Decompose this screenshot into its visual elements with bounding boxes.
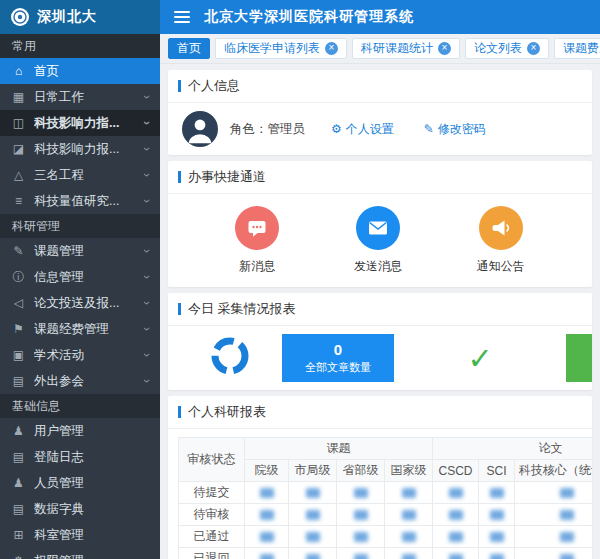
sidebar-item-outgoing-meeting[interactable]: ▤ 外出参会 › [0,368,160,394]
sidebar-item-label: 登陆日志 [34,449,149,466]
pencil-icon: ✎ [424,122,434,136]
value-cell [337,482,385,504]
chevron-down-icon: › [140,275,154,279]
column-header: CSCD [433,460,479,482]
close-icon[interactable]: × [438,42,451,55]
sidebar-item-login-log[interactable]: ▤ 登陆日志 [0,444,160,470]
activity-icon: ▣ [11,348,26,362]
chevron-down-icon: › [140,173,154,177]
accent-bar [178,303,181,315]
paper-icon: ◁ [11,296,26,310]
log-icon: ▤ [11,450,26,464]
sidebar-item-daily-work[interactable]: ▦ 日常工作 › [0,84,160,110]
column-header: 省部级 [337,460,385,482]
panel-title: 办事快捷通道 [188,168,266,186]
change-password-link[interactable]: ✎ 修改密码 [424,121,486,138]
table-row: 待提交 [179,482,593,504]
top-bar: 深圳北大 北京大学深圳医院科研管理系统 [0,0,600,34]
blurred-value [402,488,416,498]
table-row: 待审核 [179,504,593,526]
tab-clinical-application-list[interactable]: 临床医学申请列表 × [215,38,347,59]
research-report-table-wrap: 审核状态 课题 论文 院级 市局级 省部级 国家级 CSCD [168,429,592,559]
status-cell: 待提交 [179,482,245,504]
value-cell [515,548,593,559]
tab-home[interactable]: 首页 [168,38,210,59]
table-row: 已退回 [179,548,593,559]
value-cell [479,504,515,526]
value-cell [385,548,433,559]
accent-bar [178,171,181,183]
sidebar-item-data-dictionary[interactable]: ▤ 数据字典 [0,496,160,522]
content-area: 个人信息 角色：管理员 ⚙ 个人设置 [160,64,600,559]
sidebar-item-label: 科技量值研究... [34,193,137,210]
blurred-value [402,554,416,559]
panel-header: 今日 采集情况报表 [168,293,592,326]
stat-box-green [566,334,592,382]
chevron-down-icon: › [140,379,154,383]
value-cell [479,526,515,548]
sidebar-item-permission-management[interactable]: ⚙ 权限管理 [0,548,160,559]
sidebar-item-personnel-management[interactable]: ♟ 人员管理 [0,470,160,496]
personal-settings-link[interactable]: ⚙ 个人设置 [331,121,394,138]
app-title: 北京大学深圳医院科研管理系统 [204,8,414,26]
column-header: SCI [479,460,515,482]
link-label: 个人设置 [346,121,394,138]
sidebar-item-label: 信息管理 [34,269,137,286]
blurred-value [490,510,504,520]
panel-header: 办事快捷通道 [168,161,592,194]
value-cell [433,482,479,504]
sidebar-item-user-management[interactable]: ♟ 用户管理 [0,418,160,444]
sidebar-item-label: 课题管理 [34,243,137,260]
blurred-value [560,532,574,542]
sidebar-item-label: 学术活动 [34,347,137,364]
sidebar-item-academic-activity[interactable]: ▣ 学术活动 › [0,342,160,368]
notice-announcement-shortcut[interactable]: 通知公告 [477,206,525,275]
sidebar-item-home[interactable]: ⌂ 首页 [0,58,160,84]
table-row: 已通过 [179,526,593,548]
sidebar-item-tech-influence-index[interactable]: ◫ 科技影响力指... › [0,110,160,136]
send-message-shortcut[interactable]: 发送消息 [354,206,402,275]
sidebar-item-tech-influence-report[interactable]: ◪ 科技影响力报... › [0,136,160,162]
funds-icon: ⚑ [11,322,26,336]
link-label: 修改密码 [438,121,486,138]
tab-label: 临床医学申请列表 [224,40,320,57]
sidebar-item-label: 权限管理 [34,553,149,559]
new-message-shortcut[interactable]: 新消息 [235,206,279,275]
blurred-value [560,554,574,559]
hamburger-icon [174,8,190,26]
sidebar-item-paper-submission[interactable]: ◁ 论文投送及报... › [0,290,160,316]
main-layout: 常用 ⌂ 首页 ▦ 日常工作 › ◫ 科技影响力指... › ◪ 科技影响力报.… [0,34,600,559]
status-ok-box: ✓ [424,334,536,382]
tab-topic-expense-report[interactable]: 课题费用报表 × [554,38,600,59]
blurred-value [449,488,463,498]
menu-toggle-button[interactable] [160,0,204,34]
sidebar-item-tech-value-research[interactable]: ≡ 科技量值研究... › [0,188,160,214]
status-cell: 已退回 [179,548,245,559]
sidebar-item-topic-funds[interactable]: ⚑ 课题经费管理 › [0,316,160,342]
status-cell: 待审核 [179,504,245,526]
research-report-table: 审核状态 课题 论文 院级 市局级 省部级 国家级 CSCD [178,437,592,559]
today-report-row: 0 全部文章数量 ✓ [168,326,592,390]
blurred-value [490,532,504,542]
shortcut-label: 新消息 [239,258,275,275]
blurred-value [449,510,463,520]
close-icon[interactable]: × [325,42,338,55]
sidebar-item-label: 科技影响力报... [34,141,137,158]
close-icon[interactable]: × [527,42,540,55]
sidebar-item-department-management[interactable]: ⊞ 科室管理 [0,522,160,548]
blurred-value [560,510,574,520]
project-icon: △ [11,168,26,182]
tab-label: 论文列表 [474,40,522,57]
sidebar-item-info-management[interactable]: ⓘ 信息管理 › [0,264,160,290]
sidebar-item-topic-management[interactable]: ✎ 课题管理 › [0,238,160,264]
blurred-value [402,510,416,520]
panel-title: 个人信息 [188,77,240,95]
tab-label: 课题费用报表 [563,40,600,57]
blurred-value [354,554,368,559]
sidebar-item-three-programs[interactable]: △ 三名工程 › [0,162,160,188]
tab-research-topic-stats[interactable]: 科研课题统计 × [352,38,460,59]
personal-info-panel: 个人信息 角色：管理员 ⚙ 个人设置 [168,70,592,155]
chevron-down-icon: › [140,199,154,203]
tab-paper-list[interactable]: 论文列表 × [465,38,549,59]
chevron-down-icon: › [140,301,154,305]
